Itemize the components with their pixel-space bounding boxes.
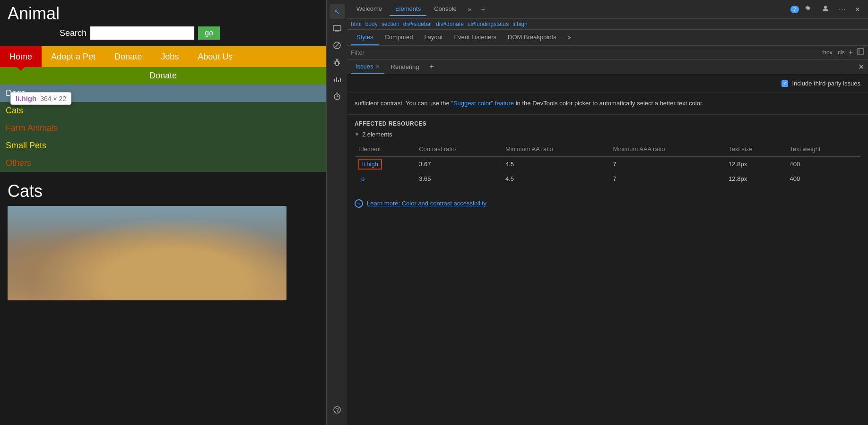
svg-point-4	[336, 59, 338, 61]
col-text-weight: Text weight	[786, 144, 860, 157]
bc-div-donate[interactable]: div#donate	[436, 21, 464, 27]
affected-resources-title: AFFECTED RESOURCES	[355, 120, 860, 127]
col-text-size: Text size	[725, 144, 786, 157]
performance-icon[interactable]	[330, 72, 345, 87]
text-size-li-high: 12.8px	[725, 156, 786, 171]
min-aa-p: 4.5	[502, 171, 609, 186]
nav-about[interactable]: About Us	[188, 46, 242, 67]
elements-count: 2 elements	[362, 131, 392, 138]
bug-icon[interactable]	[330, 55, 345, 70]
tab-welcome[interactable]: Welcome	[351, 2, 388, 16]
learn-more-row: → Learn more: Color and contrast accessi…	[347, 192, 868, 215]
filter-input[interactable]	[351, 49, 818, 56]
tab-elements[interactable]: Elements	[390, 2, 426, 16]
person-button[interactable]	[818, 3, 833, 16]
bc-li-high[interactable]: li.high	[512, 21, 527, 27]
tab-console[interactable]: Console	[428, 2, 462, 16]
cat-image	[8, 206, 286, 300]
filter-hov-button[interactable]: :hov	[822, 49, 833, 56]
more-tabs-button[interactable]: »	[464, 3, 475, 16]
bc-section[interactable]: section	[382, 21, 399, 27]
include-third-party-checkbox[interactable]: ✓	[781, 80, 788, 87]
li-high-link[interactable]: li.high	[358, 159, 382, 170]
svg-line-8	[339, 63, 340, 64]
devtools-left-sidebar: ↖	[326, 0, 347, 425]
tab-styles[interactable]: Styles	[351, 30, 379, 45]
min-aaa-li-high: 7	[609, 156, 725, 171]
bc-ul-fundingstatus[interactable]: ul#fundingstatus	[468, 21, 509, 27]
svg-point-19	[824, 6, 827, 8]
issues-close-button[interactable]: ✕	[375, 63, 380, 69]
contrast-ratio-p: 3.65	[415, 171, 502, 186]
tab-layout[interactable]: Layout	[418, 30, 448, 45]
col-element: Element	[355, 144, 415, 157]
issues-label: Issues	[356, 63, 373, 70]
svg-text:?: ?	[336, 407, 339, 413]
issues-tab-bar: Issues ✕ Rendering + ✕	[347, 60, 868, 74]
sidebar-item-others[interactable]: Others	[0, 154, 326, 172]
help-icon[interactable]: ?	[330, 402, 345, 417]
min-aa-li-high: 4.5	[502, 156, 609, 171]
col-min-aaa: Minimum AAA ratio	[609, 144, 725, 157]
p-link[interactable]: p	[358, 174, 367, 183]
filter-plus-button[interactable]: +	[849, 48, 853, 57]
issue-text-1: sufficient contrast. You can use the	[355, 100, 451, 107]
issue-text-2: in the DevTools color picker to automati…	[514, 100, 703, 107]
toggle-triangle: ▼	[355, 132, 359, 137]
no-entry-icon[interactable]	[330, 38, 345, 53]
timer-icon[interactable]	[330, 89, 345, 104]
tab-rendering[interactable]: Rendering	[386, 60, 424, 73]
element-p: p	[355, 171, 415, 186]
tab-dom-breakpoints[interactable]: DOM Breakpoints	[502, 30, 562, 45]
badge-count: 7	[790, 6, 799, 13]
learn-more-icon: →	[355, 199, 363, 208]
search-bar: Search go	[8, 26, 319, 40]
min-aaa-p: 7	[609, 171, 725, 186]
filter-toggle-button[interactable]	[857, 48, 864, 57]
col-contrast-ratio: Contrast ratio	[415, 144, 502, 157]
tooltip-box: li.high 364 × 22	[10, 92, 71, 105]
kebab-menu-button[interactable]: ⋯	[835, 4, 849, 15]
bc-div-sidebar[interactable]: div#sidebar	[403, 21, 432, 27]
tab-computed[interactable]: Computed	[379, 30, 418, 45]
search-input[interactable]	[90, 26, 194, 40]
devtools-toolbar: Welcome Elements Console » + 7 ⋯ ✕	[347, 0, 868, 19]
issue-text: sufficient contrast. You can use the "Su…	[347, 93, 868, 115]
contrast-table: Element Contrast ratio Minimum AA ratio …	[355, 144, 860, 186]
add-tab-button[interactable]: +	[477, 2, 489, 17]
sidebar-item-farm[interactable]: Farm Animals	[0, 119, 326, 137]
tab-more-styles[interactable]: »	[562, 30, 577, 45]
svg-rect-0	[333, 26, 341, 31]
close-bottom-panel-button[interactable]: ✕	[858, 62, 864, 71]
tab-event-listeners[interactable]: Event Listeners	[448, 30, 502, 45]
close-devtools-button[interactable]: ✕	[851, 4, 864, 15]
donate-banner[interactable]: Donate	[0, 67, 326, 85]
breadcrumb-bar: html body section div#sidebar div#donate…	[347, 19, 868, 30]
sidebar-item-small[interactable]: Small Pets	[0, 137, 326, 154]
nav-bar: Home Adopt a Pet Donate Jobs About Us	[0, 46, 326, 67]
nav-adopt[interactable]: Adopt a Pet	[42, 46, 105, 67]
add-panel-button[interactable]: +	[426, 60, 438, 74]
go-button[interactable]: go	[198, 26, 220, 40]
nav-home[interactable]: Home	[0, 46, 42, 67]
bc-body[interactable]: body	[365, 21, 378, 27]
devtools-panel: Welcome Elements Console » + 7 ⋯ ✕ html …	[347, 0, 868, 425]
cursor-icon[interactable]: ↖	[330, 4, 345, 19]
site-title: Animal	[8, 4, 319, 24]
text-size-p: 12.8px	[725, 171, 786, 186]
settings-button[interactable]	[801, 3, 816, 16]
bc-html[interactable]: html	[351, 21, 362, 27]
device-toggle-icon[interactable]	[330, 21, 345, 36]
nav-jobs[interactable]: Jobs	[151, 46, 188, 67]
suggest-color-link[interactable]: "Suggest color" feature	[451, 100, 514, 107]
website-panel: Animal Search go Home Adopt a Pet Donate…	[0, 0, 326, 425]
filter-cls-button[interactable]: .cls	[836, 49, 845, 56]
styles-tab-bar: Styles Computed Layout Event Listeners D…	[347, 30, 868, 46]
tooltip-class: li.high	[16, 94, 36, 102]
text-weight-p: 400	[786, 171, 860, 186]
elements-toggle[interactable]: ▼ 2 elements	[355, 131, 860, 138]
tab-issues[interactable]: Issues ✕	[351, 60, 384, 74]
nav-donate[interactable]: Donate	[105, 46, 151, 67]
learn-more-link[interactable]: Learn more: Color and contrast accessibi…	[367, 200, 486, 207]
svg-line-6	[339, 62, 340, 62]
